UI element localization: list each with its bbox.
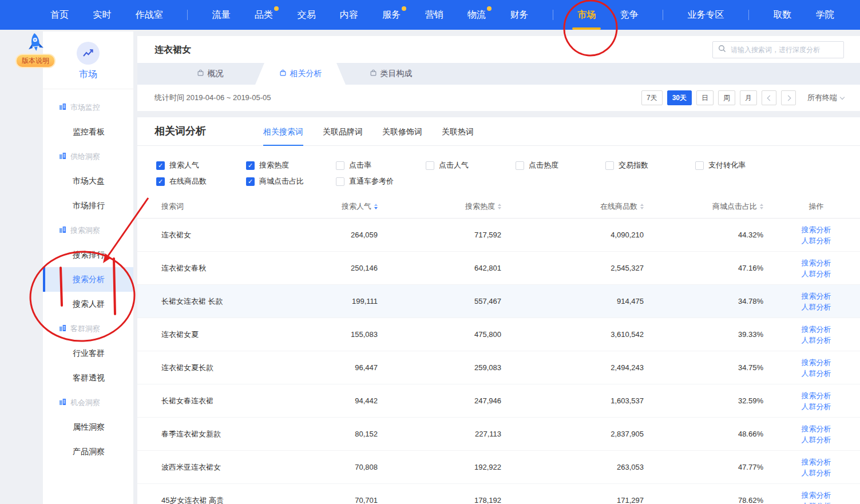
nav-item-home[interactable]: 首页 xyxy=(50,0,69,30)
date-button-day[interactable]: 日 xyxy=(696,90,714,105)
sidebar-item-industry-customers[interactable]: 行业客群 xyxy=(43,341,133,366)
crowd-analysis-link[interactable]: 人群分析 xyxy=(802,402,831,411)
search-analysis-link[interactable]: 搜索分析 xyxy=(802,490,831,500)
metric-click-popularity[interactable]: 点击人气 xyxy=(426,160,516,171)
tab-category-composition[interactable]: 类目构成 xyxy=(346,63,436,85)
metric-trade-index[interactable]: 交易指数 xyxy=(605,160,695,171)
search-analysis-link[interactable]: 搜索分析 xyxy=(802,358,831,367)
nav-item-service[interactable]: 服务 xyxy=(382,0,401,30)
crowd-analysis-link[interactable]: 人群分析 xyxy=(802,368,831,378)
date-button-30d-active[interactable]: 30天 xyxy=(667,90,692,105)
search-analysis-link[interactable]: 搜索分析 xyxy=(802,291,831,301)
cell-search-popularity: 94,442 xyxy=(299,396,378,405)
metric-online-products[interactable]: 在线商品数 xyxy=(156,176,246,187)
search-analysis-link[interactable]: 搜索分析 xyxy=(802,225,831,235)
nav-item-business-zone[interactable]: 业务专区 xyxy=(688,0,724,30)
nav-item-trade[interactable]: 交易 xyxy=(297,0,315,30)
tab-related-modifier-words[interactable]: 关联修饰词 xyxy=(382,127,422,145)
cell-keyword: 春季连衣裙女新款 xyxy=(161,429,299,439)
next-period-button[interactable] xyxy=(781,90,796,105)
date-filter-row: 统计时间 2019-04-06 ~ 2019-05-05 7天 30天 日 周 … xyxy=(137,85,860,111)
sidebar-item-search-analysis-active[interactable]: 搜索分析 xyxy=(43,267,133,292)
metric-ztc-reference-price[interactable]: 直通车参考价 xyxy=(336,176,426,187)
metric-row: 搜索人气 搜索热度 点击率 点击人气 点击热度 交易指数 支付转化率 xyxy=(156,160,860,171)
sidebar-item-search-crowd[interactable]: 搜索人群 xyxy=(43,292,133,316)
crowd-analysis-link[interactable]: 人群分析 xyxy=(802,501,831,504)
metric-mall-click-ratio[interactable]: 商城点击占比 xyxy=(246,176,336,187)
sidebar-item-product-insight[interactable]: 产品洞察 xyxy=(43,439,133,464)
sidebar-item-search-ranking[interactable]: 搜索排行 xyxy=(43,243,133,267)
metric-click-heat[interactable]: 点击热度 xyxy=(516,160,605,171)
col-header-mall-click-ratio[interactable]: 商城点击占比 xyxy=(644,201,763,212)
nav-item-market-active[interactable]: 市场 xyxy=(577,0,596,30)
crowd-analysis-link[interactable]: 人群分析 xyxy=(802,468,831,478)
checkbox-unchecked-icon xyxy=(426,161,434,170)
search-analysis-link[interactable]: 搜索分析 xyxy=(802,324,831,334)
cell-mall-click-ratio: 47.77% xyxy=(644,463,763,471)
crowd-analysis-link[interactable]: 人群分析 xyxy=(802,302,831,312)
search-analysis-link[interactable]: 搜索分析 xyxy=(802,457,831,467)
cell-search-heat: 178,192 xyxy=(378,496,501,504)
metric-search-popularity[interactable]: 搜索人气 xyxy=(156,160,246,171)
crowd-analysis-link[interactable]: 人群分析 xyxy=(802,435,831,445)
tab-related-analysis-active[interactable]: 相关分析 xyxy=(255,63,346,85)
crowd-analysis-link[interactable]: 人群分析 xyxy=(802,236,831,245)
sidebar-item-attribute-insight[interactable]: 属性洞察 xyxy=(43,415,133,439)
tab-label: 相关分析 xyxy=(290,69,322,79)
metric-pay-conversion[interactable]: 支付转化率 xyxy=(695,160,785,171)
version-badge[interactable]: 版本说明 xyxy=(15,54,56,68)
col-header-search-popularity[interactable]: 搜索人气 xyxy=(299,201,378,212)
search-input[interactable] xyxy=(730,45,838,54)
tab-related-brand-words[interactable]: 关联品牌词 xyxy=(323,127,363,145)
cell-online-products: 2,494,243 xyxy=(501,363,644,372)
sidebar-group-label: 机会洞察 xyxy=(70,398,100,408)
nav-item-competition[interactable]: 竞争 xyxy=(620,0,639,30)
prev-period-button[interactable] xyxy=(762,90,776,105)
metric-label: 搜索人气 xyxy=(169,160,199,170)
metric-label: 点击热度 xyxy=(529,160,558,170)
sidebar-item-customer-perspective[interactable]: 客群透视 xyxy=(43,366,133,390)
nav-item-category[interactable]: 品类 xyxy=(255,0,273,30)
search-analysis-link[interactable]: 搜索分析 xyxy=(802,424,831,434)
col-label: 商城点击占比 xyxy=(712,201,757,212)
cell-online-products: 2,545,327 xyxy=(501,264,644,272)
date-button-7d[interactable]: 7天 xyxy=(641,90,663,105)
checkbox-checked-icon xyxy=(246,161,255,170)
cell-mall-click-ratio: 32.59% xyxy=(644,396,763,405)
tab-overview[interactable]: 概况 xyxy=(165,63,255,85)
nav-item-realtime[interactable]: 实时 xyxy=(93,0,111,30)
cell-online-products: 171,297 xyxy=(501,496,644,504)
nav-item-academy[interactable]: 学院 xyxy=(816,0,834,30)
nav-item-content[interactable]: 内容 xyxy=(340,0,358,30)
nav-item-logistics[interactable]: 物流 xyxy=(467,0,486,30)
sidebar-item-market-ranking[interactable]: 市场排行 xyxy=(43,193,133,218)
sidebar-item-monitor-board[interactable]: 监控看板 xyxy=(43,120,133,144)
nav-item-marketing[interactable]: 营销 xyxy=(425,0,443,30)
nav-item-finance[interactable]: 财务 xyxy=(510,0,528,30)
sidebar-item-market-overview[interactable]: 市场大盘 xyxy=(43,169,133,193)
nav-item-traffic[interactable]: 流量 xyxy=(212,0,231,30)
col-header-actions: 操作 xyxy=(763,201,846,212)
crowd-analysis-link[interactable]: 人群分析 xyxy=(802,335,831,345)
chevron-down-icon xyxy=(840,94,845,99)
cell-mall-click-ratio: 44.32% xyxy=(644,231,763,239)
tab-related-search-words-active[interactable]: 相关搜索词 xyxy=(263,127,303,146)
search-analysis-link[interactable]: 搜索分析 xyxy=(802,391,831,400)
tab-related-hot-words[interactable]: 关联热词 xyxy=(442,127,474,145)
terminal-dropdown[interactable]: 所有终端 xyxy=(807,93,844,103)
col-header-online-products[interactable]: 在线商品数 xyxy=(501,201,644,212)
date-button-week[interactable]: 周 xyxy=(718,90,735,105)
sidebar-group-label: 供给洞察 xyxy=(70,152,100,162)
col-header-search-heat[interactable]: 搜索热度 xyxy=(378,201,501,212)
notification-dot xyxy=(487,6,492,11)
metric-click-rate[interactable]: 点击率 xyxy=(336,160,426,171)
table-row: 波西米亚连衣裙女 70,808 192,922 263,053 47.77% 搜… xyxy=(137,451,860,484)
crowd-analysis-link[interactable]: 人群分析 xyxy=(802,269,831,279)
rocket-icon[interactable] xyxy=(11,32,60,55)
date-button-month[interactable]: 月 xyxy=(740,90,757,105)
nav-item-war-room[interactable]: 作战室 xyxy=(136,0,163,30)
nav-item-data-fetch[interactable]: 取数 xyxy=(773,0,791,30)
metric-search-heat[interactable]: 搜索热度 xyxy=(246,160,336,171)
metric-label: 商城点击占比 xyxy=(259,176,304,186)
search-analysis-link[interactable]: 搜索分析 xyxy=(802,258,831,268)
